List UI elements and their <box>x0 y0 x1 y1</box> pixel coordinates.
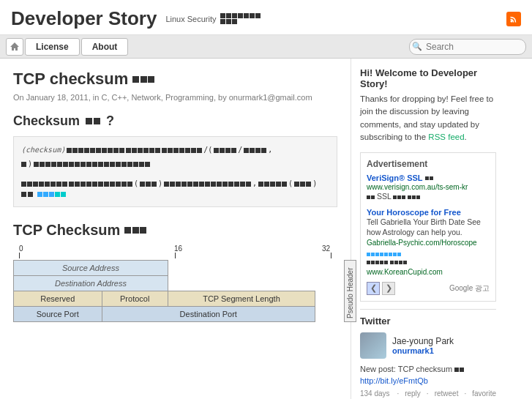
twitter-post: New post: TCP checksum http://bit.ly/eFm… <box>360 363 496 387</box>
protocol-cell: Protocol <box>102 291 168 307</box>
avatar <box>360 332 386 359</box>
site-title: Developer Story <box>11 7 157 30</box>
ad-title: Advertisement <box>367 159 490 169</box>
search-input[interactable] <box>409 39 526 55</box>
twitter-name: Jae-young Park <box>392 336 454 346</box>
diagram-section: TCP Checksum 0 16 32 <box>13 222 337 322</box>
sidebar: Hi! Welcome to Developer Story! Thanks f… <box>351 59 505 399</box>
sidebar-welcome: Hi! Welcome to Developer Story! Thanks f… <box>360 67 496 143</box>
twitter-favorite-link[interactable]: favorite <box>472 389 496 399</box>
rss-icon[interactable] <box>506 12 521 26</box>
title-pixel-blocks <box>132 76 154 83</box>
destination-address-cell: Destination Address <box>14 276 168 291</box>
ad-item-verisign: VeriSign® SSL www.verisign.com.au/ts-sem… <box>367 174 490 202</box>
reserved-cell: Reserved <box>14 291 102 307</box>
avatar-image <box>360 332 386 359</box>
google-nav: ❮ ❯ <box>367 282 395 295</box>
verisign-desc: SSL <box>367 191 490 202</box>
twitter-title: Twitter <box>360 309 496 327</box>
tcp-segment-length-cell: TCP Segment Length <box>168 291 315 307</box>
twitter-reply-link[interactable]: reply <box>405 389 421 399</box>
google-next-button[interactable]: ❯ <box>382 282 395 295</box>
horoscope-url: Gabriella-Psychic.com/Horoscope <box>367 239 490 247</box>
ad-item-koreancupid: www.KoreanCupid.com <box>367 253 490 276</box>
koreancupid-url: www.KoreanCupid.com <box>367 268 490 276</box>
home-button[interactable] <box>6 38 23 56</box>
content-area: TCP checksum On January 18, 2011, in C, … <box>0 59 532 399</box>
navbar: License About 🔍 <box>0 35 532 59</box>
twitter-link[interactable]: http://bit.ly/eFmtQb <box>360 376 428 385</box>
advertisement-section: Advertisement VeriSign® SSL www.verisign… <box>360 152 496 302</box>
search-bar: 🔍 <box>399 39 526 55</box>
verisign-blocks <box>425 176 433 180</box>
horoscope-desc: Tell Gabriella Your Birth Date See how A… <box>367 217 490 238</box>
verisign-link[interactable]: VeriSign® SSL <box>367 174 490 182</box>
google-ad-bar: ❮ ❯ Google 광고 <box>367 282 490 295</box>
twitter-handle[interactable]: onurmark1 <box>392 346 454 355</box>
source-address-cell: Source Address <box>14 261 168 276</box>
twitter-user: Jae-young Park onurmark1 <box>360 332 496 359</box>
diagram-wrapper: Source Address Destination Address Reser… <box>13 260 337 322</box>
twitter-identity: Jae-young Park onurmark1 <box>392 336 454 355</box>
pseudo-header-label: Pseudo Header <box>342 260 358 322</box>
post-title: TCP checksum <box>13 70 337 89</box>
table-row: Source Address <box>14 261 315 276</box>
verisign-url: www.verisign.com.au/ts-sem-kr <box>367 183 490 191</box>
google-prev-button[interactable]: ❮ <box>367 282 380 295</box>
about-nav-button[interactable]: About <box>81 38 129 56</box>
site-subtitle: Linux Security <box>165 13 263 24</box>
twitter-time: 134 days ago <box>360 389 391 399</box>
twitter-retweet-link[interactable]: retweet <box>435 389 459 399</box>
decorative-pixel-blocks <box>220 13 264 24</box>
horoscope-link[interactable]: Your Horoscope for Free <box>367 208 490 217</box>
table-row: Source Port Destination Port <box>14 307 315 322</box>
source-port-cell: Source Port <box>14 307 102 322</box>
license-nav-button[interactable]: License <box>25 38 80 56</box>
table-row: Destination Address <box>14 276 315 291</box>
post-meta: On January 18, 2011, in C, C++, Network,… <box>13 93 337 102</box>
search-icon: 🔍 <box>412 42 422 51</box>
tick-row <box>13 253 337 258</box>
destination-port-cell: Destination Port <box>102 307 315 322</box>
site-header: Developer Story Linux Security <box>0 0 532 35</box>
rss-feed-link[interactable]: RSS feed <box>428 133 464 141</box>
section-checksum-title: Checksum ? <box>13 113 337 129</box>
checksum-inline-blocks <box>86 118 100 124</box>
twitter-section: Twitter Jae-young Park onurmark1 New pos… <box>360 309 496 399</box>
diagram-title: TCP Checksum <box>13 222 337 239</box>
table-row: Reserved Protocol TCP Segment Length <box>14 291 315 307</box>
ad-item-horoscope: Your Horoscope for Free Tell Gabriella Y… <box>367 208 490 247</box>
twitter-post-blocks <box>454 368 464 372</box>
diagram-table: Source Address Destination Address Reser… <box>13 260 315 322</box>
welcome-title: Hi! Welcome to Developer Story! <box>360 67 496 89</box>
diagram-title-blocks <box>124 227 146 234</box>
code-block: (checksum) /( / , ) ( ) <box>13 136 337 207</box>
diagram-ruler: 0 16 32 <box>13 245 337 253</box>
main-content: TCP checksum On January 18, 2011, in C, … <box>0 59 351 399</box>
google-label: Google 광고 <box>449 283 490 294</box>
welcome-text: Thanks for dropping by! Feel free to joi… <box>360 93 496 143</box>
twitter-actions: 134 days ago · reply · retweet · favorit… <box>360 389 496 399</box>
koreancupid-desc <box>367 256 490 267</box>
